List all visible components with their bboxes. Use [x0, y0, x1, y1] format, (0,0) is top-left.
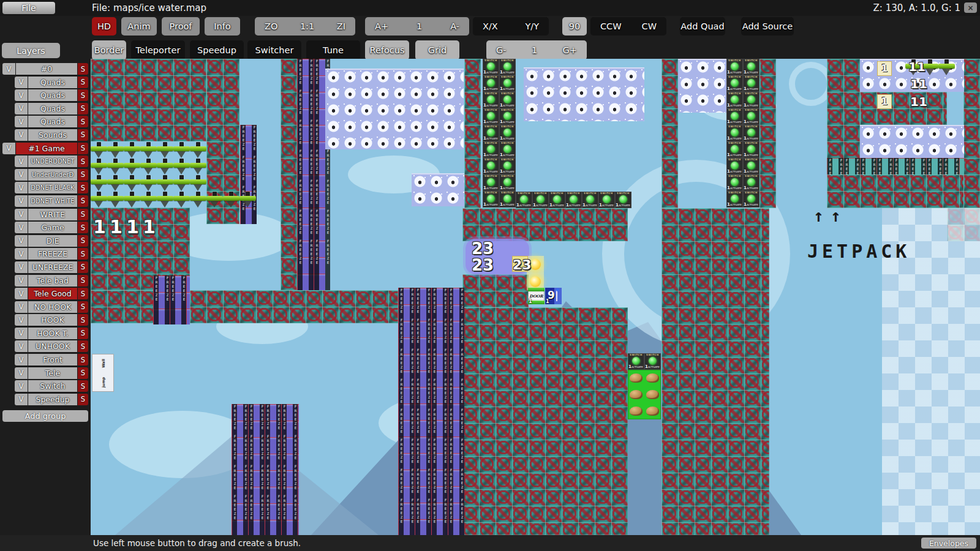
- toolbar-flip-segment-0[interactable]: X/X: [483, 21, 498, 31]
- shadow-toggle[interactable]: S: [78, 248, 88, 260]
- add-group-button[interactable]: Add group: [2, 410, 88, 422]
- layer-label[interactable]: UNHOOK: [28, 340, 77, 352]
- toolbar-grid-size-segment-0[interactable]: G-: [496, 45, 506, 55]
- shadow-toggle[interactable]: S: [78, 77, 88, 88]
- shadow-toggle[interactable]: S: [78, 354, 88, 365]
- shadow-toggle[interactable]: S: [78, 143, 88, 154]
- shadow-toggle[interactable]: S: [78, 63, 88, 75]
- visibility-toggle[interactable]: V: [15, 209, 28, 220]
- shadow-toggle[interactable]: S: [78, 261, 88, 273]
- layer-label[interactable]: Sounds: [28, 129, 77, 141]
- toolbar-zoom-controls[interactable]: ZO1:1ZI: [255, 17, 355, 36]
- shadow-toggle[interactable]: S: [78, 209, 88, 220]
- visibility-toggle[interactable]: V: [15, 314, 28, 326]
- visibility-toggle[interactable]: V: [15, 261, 28, 273]
- shadow-toggle[interactable]: S: [78, 182, 88, 193]
- toolbar-grid-size-segment-2[interactable]: G+: [563, 45, 577, 55]
- shadow-toggle[interactable]: S: [78, 156, 88, 167]
- layer-label[interactable]: HOOK: [28, 314, 77, 326]
- toolbar-grid-size[interactable]: G-1G+: [486, 40, 587, 60]
- toolbar-switcher[interactable]: Switcher: [247, 40, 301, 60]
- layer-label[interactable]: Quads: [28, 89, 77, 101]
- map-canvas[interactable]: FREEZE FREEZE FREEZE FREEZE FREEZE FREEZ…: [91, 59, 980, 535]
- toolbar-rotate-angle[interactable]: 90: [562, 17, 587, 36]
- visibility-toggle[interactable]: V: [15, 328, 28, 339]
- layer-label[interactable]: Tele Good: [28, 288, 77, 299]
- visibility-toggle[interactable]: V: [15, 116, 28, 127]
- envelopes-button[interactable]: Envelopes: [921, 538, 976, 549]
- visibility-toggle[interactable]: V: [15, 169, 28, 181]
- visibility-toggle[interactable]: V: [15, 89, 28, 101]
- shadow-toggle[interactable]: S: [78, 129, 88, 141]
- shadow-toggle[interactable]: S: [78, 275, 88, 287]
- layer-label[interactable]: WRITE: [28, 209, 77, 220]
- shadow-toggle[interactable]: S: [78, 235, 88, 247]
- layer-label[interactable]: Speedup: [28, 394, 77, 405]
- shadow-toggle[interactable]: S: [78, 222, 88, 233]
- layer-label[interactable]: DDNET WHITE: [28, 195, 77, 207]
- visibility-toggle[interactable]: V: [15, 288, 28, 299]
- layer-label[interactable]: HOOK T.: [28, 328, 77, 339]
- layer-label[interactable]: Quads: [28, 77, 77, 88]
- visibility-toggle[interactable]: V: [15, 380, 28, 392]
- visibility-toggle[interactable]: V: [15, 301, 28, 313]
- layer-label[interactable]: DDNET BLACK: [28, 182, 77, 193]
- shadow-toggle[interactable]: S: [78, 380, 88, 392]
- layer-label[interactable]: UnderUnderD: [28, 169, 77, 181]
- visibility-toggle[interactable]: V: [15, 367, 28, 379]
- visibility-toggle[interactable]: V: [15, 103, 28, 114]
- visibility-toggle[interactable]: V: [15, 77, 28, 88]
- shadow-toggle[interactable]: S: [78, 394, 88, 405]
- toolbar-teleporter[interactable]: Teleporter: [131, 40, 185, 60]
- toolbar-hd[interactable]: HD: [92, 17, 116, 36]
- toolbar-rotate-segment-1[interactable]: CW: [642, 21, 657, 31]
- layer-label[interactable]: Quads: [28, 103, 77, 114]
- layer-label[interactable]: Tele bad: [28, 275, 77, 287]
- toolbar-zoom-controls-segment-1[interactable]: 1:1: [300, 21, 314, 31]
- layer-label[interactable]: Quads: [28, 116, 77, 127]
- visibility-toggle[interactable]: V: [15, 394, 28, 405]
- toolbar-tune[interactable]: Tune: [306, 40, 360, 60]
- toolbar-add-source[interactable]: Add Source: [741, 17, 794, 36]
- shadow-toggle[interactable]: S: [78, 340, 88, 352]
- toolbar-refocus[interactable]: Refocus: [365, 40, 409, 60]
- toolbar-border[interactable]: Border: [92, 40, 126, 60]
- toolbar-grid-size-segment-1[interactable]: 1: [532, 45, 537, 55]
- shadow-toggle[interactable]: S: [78, 195, 88, 207]
- toolbar-zoom-controls-segment-2[interactable]: ZI: [337, 21, 345, 31]
- toolbar-anim-speed-segment-0[interactable]: A+: [375, 21, 388, 31]
- toolbar-proof[interactable]: Proof: [162, 17, 200, 36]
- shadow-toggle[interactable]: S: [78, 288, 88, 299]
- shadow-toggle[interactable]: S: [78, 116, 88, 127]
- visibility-toggle[interactable]: V: [15, 354, 28, 365]
- layer-label[interactable]: NO HOOK: [28, 301, 77, 313]
- shadow-toggle[interactable]: S: [78, 103, 88, 114]
- visibility-toggle[interactable]: V: [15, 275, 28, 287]
- close-icon[interactable]: ×: [964, 2, 977, 13]
- toolbar-anim[interactable]: Anim: [121, 17, 157, 36]
- toolbar-add-quad[interactable]: Add Quad: [680, 17, 725, 36]
- visibility-toggle[interactable]: V: [15, 222, 28, 233]
- toolbar-anim-speed[interactable]: A+1A-: [365, 17, 469, 36]
- layer-label[interactable]: #1 Game: [16, 143, 77, 154]
- visibility-toggle[interactable]: V: [2, 143, 15, 154]
- visibility-toggle[interactable]: V: [15, 156, 28, 167]
- layer-label[interactable]: #0: [16, 63, 77, 75]
- visibility-toggle[interactable]: V: [15, 195, 28, 207]
- toolbar-flip-segment-1[interactable]: Y/Y: [525, 21, 539, 31]
- toolbar-info[interactable]: Info: [205, 17, 240, 36]
- visibility-toggle[interactable]: V: [2, 63, 15, 75]
- layer-label[interactable]: FREEZE: [28, 248, 77, 260]
- visibility-toggle[interactable]: V: [15, 129, 28, 141]
- layer-label[interactable]: UNFREEZE: [28, 261, 77, 273]
- toolbar-flip[interactable]: X/XY/Y: [473, 17, 549, 36]
- shadow-toggle[interactable]: S: [78, 169, 88, 181]
- toolbar-zoom-controls-segment-0[interactable]: ZO: [265, 21, 277, 31]
- toolbar-rotate-segment-0[interactable]: CCW: [600, 21, 622, 31]
- toolbar-rotate[interactable]: CCWCW: [590, 17, 666, 36]
- layer-label[interactable]: DIE: [28, 235, 77, 247]
- visibility-toggle[interactable]: V: [15, 248, 28, 260]
- toolbar-anim-speed-segment-1[interactable]: 1: [417, 21, 422, 31]
- shadow-toggle[interactable]: S: [78, 301, 88, 313]
- layer-label[interactable]: Switch: [28, 380, 77, 392]
